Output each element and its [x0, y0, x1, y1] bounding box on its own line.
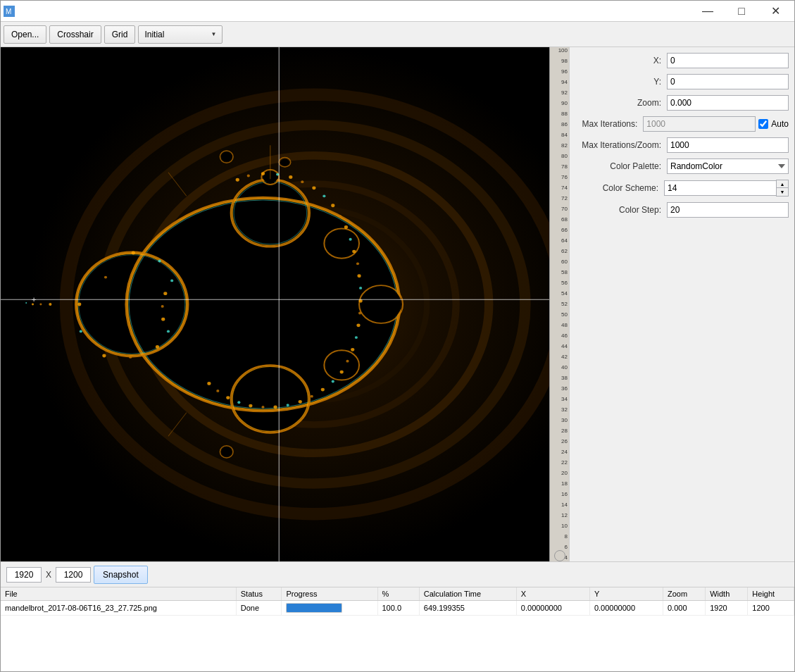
- svg-point-69: [299, 400, 302, 404]
- svg-point-60: [358, 312, 361, 315]
- svg-point-86: [80, 330, 82, 333]
- color-step-label: Color Step:: [575, 205, 667, 215]
- minimize-button[interactable]: —: [691, 1, 724, 22]
- color-palette-select[interactable]: RandomColor Classic Fire Ice Grayscale: [667, 158, 789, 174]
- grid-button[interactable]: Grid: [104, 25, 136, 44]
- svg-point-85: [77, 303, 81, 306]
- svg-point-33: [325, 230, 358, 256]
- svg-point-75: [226, 396, 230, 399]
- svg-point-63: [351, 348, 354, 351]
- ruler-24: 24: [561, 449, 568, 455]
- ruler-20: 20: [561, 470, 568, 476]
- col-progress: Progress: [282, 587, 377, 601]
- cell-height: 1200: [748, 601, 794, 616]
- svg-point-71: [273, 406, 277, 409]
- col-zoom: Zoom: [663, 587, 706, 601]
- ruler-46: 46: [561, 332, 568, 339]
- auto-label: Auto: [771, 119, 789, 129]
- snapshot-button[interactable]: Snapshot: [94, 566, 148, 584]
- svg-point-87: [102, 354, 106, 358]
- ruler-50: 50: [561, 311, 568, 318]
- color-scheme-up-button[interactable]: ▲: [777, 180, 788, 188]
- main-window: M — □ ✕ Open... Crosshair Grid Initial ▼: [0, 0, 795, 672]
- ruler-28: 28: [561, 428, 568, 434]
- cell-file: mandelbrot_2017-08-06T16_23_27.725.png: [1, 601, 236, 616]
- table-row[interactable]: mandelbrot_2017-08-06T16_23_27.725.png D…: [1, 601, 794, 616]
- ruler-30: 30: [561, 417, 568, 423]
- y-label: Y:: [575, 77, 667, 87]
- ruler-58: 58: [561, 269, 568, 275]
- cell-percent: 100.0: [377, 601, 419, 616]
- svg-point-68: [311, 395, 313, 398]
- svg-point-92: [39, 304, 42, 306]
- window-controls: — □ ✕: [691, 1, 791, 22]
- svg-point-43: [236, 178, 239, 182]
- svg-point-39: [221, 447, 231, 456]
- color-step-field-row: Color Step:: [575, 202, 789, 218]
- cell-width: 1920: [706, 601, 748, 616]
- ruler-64: 64: [561, 237, 568, 244]
- svg-point-56: [356, 262, 359, 265]
- bottom-bar: X Snapshot: [1, 561, 794, 587]
- ruler-44: 44: [561, 343, 568, 349]
- width-input[interactable]: [6, 567, 42, 583]
- ruler-88: 88: [561, 111, 568, 117]
- dimension-separator: X: [44, 570, 53, 580]
- crosshair-button[interactable]: Crosshair: [49, 25, 101, 44]
- fractal-canvas: +: [1, 47, 569, 561]
- svg-point-64: [346, 360, 349, 363]
- color-scheme-input[interactable]: [664, 180, 776, 196]
- ruler-38: 38: [561, 375, 568, 381]
- initial-dropdown-arrow: ▼: [211, 31, 216, 37]
- svg-point-70: [287, 404, 289, 406]
- table-area[interactable]: File Status Progress % Calculation Time …: [1, 587, 794, 671]
- open-button[interactable]: Open...: [4, 25, 46, 44]
- height-input[interactable]: [56, 567, 91, 583]
- x-input[interactable]: [667, 53, 789, 68]
- ruler-slider[interactable]: [554, 550, 565, 561]
- initial-dropdown[interactable]: Initial ▼: [138, 25, 223, 44]
- zoom-input[interactable]: [667, 95, 789, 111]
- ruler-86: 86: [561, 121, 568, 127]
- ruler-92: 92: [561, 89, 568, 96]
- cell-x: 0.00000000: [516, 601, 589, 616]
- ruler-84: 84: [561, 132, 568, 138]
- svg-point-72: [261, 406, 264, 409]
- svg-point-84: [104, 276, 107, 279]
- color-scheme-spinner: ▲ ▼: [664, 180, 789, 197]
- svg-point-57: [357, 274, 361, 278]
- y-input[interactable]: [667, 74, 789, 89]
- color-step-input[interactable]: [667, 202, 789, 218]
- ruler-16: 16: [561, 491, 568, 497]
- max-iter-input[interactable]: [643, 116, 756, 132]
- max-iter-zoom-input[interactable]: [667, 137, 789, 153]
- maximize-button[interactable]: □: [725, 1, 758, 22]
- ruler-98: 98: [561, 58, 568, 64]
- ruler-70: 70: [561, 206, 568, 212]
- col-file: File: [1, 587, 236, 601]
- svg-point-79: [163, 292, 167, 295]
- ruler-96: 96: [561, 68, 568, 75]
- side-panel: X: Y: Zoom: Max Iterations:: [569, 47, 794, 561]
- svg-point-88: [129, 356, 132, 359]
- ruler-56: 56: [561, 280, 568, 286]
- canvas-area[interactable]: + 100 98 96 94 92 90 88 86 84 82 80 78: [1, 47, 569, 561]
- svg-point-67: [321, 388, 325, 392]
- ruler-72: 72: [561, 195, 568, 201]
- close-button[interactable]: ✕: [759, 1, 791, 22]
- ruler-32: 32: [561, 406, 568, 413]
- table-body: mandelbrot_2017-08-06T16_23_27.725.png D…: [1, 601, 794, 616]
- auto-checkbox[interactable]: [758, 119, 768, 129]
- color-scheme-down-button[interactable]: ▼: [777, 188, 788, 196]
- ruler-22: 22: [561, 459, 568, 466]
- svg-point-35: [325, 351, 358, 378]
- progress-bar-fill: [287, 604, 342, 612]
- svg-point-77: [207, 382, 211, 385]
- app-icon: M: [4, 6, 15, 17]
- initial-dropdown-label: Initial: [144, 30, 164, 39]
- ruler-62: 62: [561, 248, 568, 254]
- ruler-60: 60: [561, 259, 568, 265]
- auto-checkbox-area: Auto: [758, 119, 789, 129]
- svg-point-62: [355, 336, 358, 339]
- ruler-36: 36: [561, 385, 568, 392]
